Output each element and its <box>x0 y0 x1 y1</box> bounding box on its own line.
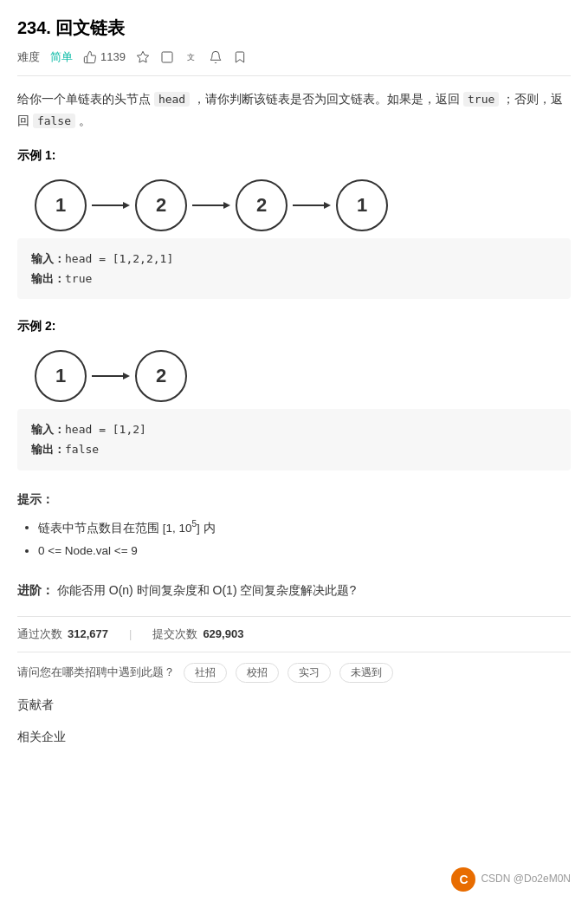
like-button[interactable]: 1139 <box>83 49 126 67</box>
tag-shezao[interactable]: 社招 <box>184 663 227 683</box>
arrow2-svg-1 <box>90 367 132 385</box>
tag-xiaozao[interactable]: 校招 <box>236 663 279 683</box>
page-container: 234. 回文链表 难度 简单 1139 文 给你一个单链表的头节点 head … <box>0 0 588 772</box>
example2-box: 输入：head = [1,2] 输出：false <box>17 409 571 470</box>
example1-title: 示例 1: <box>17 146 571 165</box>
arrow-svg-3 <box>291 197 333 214</box>
example1-output: 输出：true <box>31 269 557 289</box>
arrow-svg-2 <box>191 197 232 214</box>
hints-section: 提示： 链表中节点数目在范围 [1, 105] 内 0 <= Node.val … <box>17 490 571 563</box>
bookmark-icon <box>233 50 247 64</box>
node-2b: 2 <box>236 179 288 231</box>
bell-button[interactable] <box>209 50 223 64</box>
contributors-section: 贡献者 <box>17 695 571 714</box>
hint-item-1: 链表中节点数目在范围 [1, 105] 内 <box>38 516 571 540</box>
inline-code-false: false <box>33 114 75 128</box>
arrow-2 <box>191 197 232 214</box>
submit-stat: 提交次数 629,903 <box>152 626 243 644</box>
example1-diagram: 1 2 2 1 <box>35 179 571 231</box>
example2-input: 输入：head = [1,2] <box>31 419 557 439</box>
example1-input: 输入：head = [1,2,2,1] <box>31 249 557 269</box>
problem-title: 234. 回文链表 <box>17 14 571 42</box>
tag-weiyudao[interactable]: 未遇到 <box>339 663 393 683</box>
watermark-text: CSDN @Do2eM0N <box>481 871 571 887</box>
example2-output: 输出：false <box>31 439 557 459</box>
example1-box: 输入：head = [1,2,2,1] 输出：true <box>17 238 571 300</box>
inline-code-true: true <box>463 92 499 107</box>
arrow-1 <box>90 197 132 214</box>
node2-2: 2 <box>135 350 187 402</box>
submit-label: 提交次数 <box>152 626 197 644</box>
related-section: 相关企业 <box>17 727 571 746</box>
recruitment-question: 请问您在哪类招聘中遇到此题？ <box>17 664 175 682</box>
svg-marker-6 <box>223 202 230 209</box>
difficulty-label: 难度 <box>17 49 40 67</box>
meta-row: 难度 简单 1139 文 <box>17 49 571 76</box>
svg-marker-0 <box>137 52 148 63</box>
bookmark-button[interactable] <box>233 50 247 64</box>
contributors-label: 贡献者 <box>17 698 54 711</box>
node-2a: 2 <box>135 179 187 231</box>
svg-marker-8 <box>324 202 331 209</box>
arrow-svg-1 <box>90 197 132 214</box>
translate-icon: 文 <box>184 50 198 64</box>
share-icon <box>160 50 174 64</box>
node-1b: 1 <box>336 179 388 231</box>
advanced-section: 进阶： 你能否用 O(n) 时间复杂度和 O(1) 空间复杂度解决此题? <box>17 580 571 601</box>
star-button[interactable] <box>136 50 150 64</box>
svg-marker-4 <box>123 202 130 209</box>
watermark-logo: C <box>451 867 475 892</box>
like-icon <box>83 50 97 64</box>
bell-icon <box>209 50 223 64</box>
star-icon <box>136 50 150 64</box>
pass-stat: 通过次数 312,677 <box>17 626 108 644</box>
submit-value: 629,903 <box>203 626 243 644</box>
svg-rect-1 <box>162 52 172 62</box>
arrow2-1 <box>90 367 132 385</box>
hint-item-2: 0 <= Node.val <= 9 <box>38 539 571 562</box>
related-label: 相关企业 <box>17 730 66 743</box>
pass-value: 312,677 <box>68 626 108 644</box>
svg-marker-10 <box>123 373 130 380</box>
recruitment-row: 请问您在哪类招聘中遇到此题？ 社招 校招 实习 未遇到 <box>17 663 571 683</box>
svg-text:文: 文 <box>187 54 195 62</box>
node2-1: 1 <box>35 350 87 402</box>
example2-diagram: 1 2 <box>35 350 571 402</box>
pass-label: 通过次数 <box>17 626 62 644</box>
hint-list: 链表中节点数目在范围 [1, 105] 内 0 <= Node.val <= 9 <box>17 516 571 563</box>
arrow-3 <box>291 197 333 214</box>
hints-title: 提示： <box>17 490 571 509</box>
difficulty-value: 简单 <box>50 49 73 67</box>
like-count: 1139 <box>100 49 126 67</box>
advanced-title: 进阶： <box>17 583 54 597</box>
problem-description: 给你一个单链表的头节点 head ，请你判断该链表是否为回文链表。如果是，返回 … <box>17 88 571 132</box>
stats-row: 通过次数 312,677 | 提交次数 629,903 <box>17 616 571 653</box>
translate-button[interactable]: 文 <box>184 50 198 64</box>
watermark: C CSDN @Do2eM0N <box>451 867 571 892</box>
inline-code-head: head <box>154 92 190 107</box>
tag-shixi[interactable]: 实习 <box>288 663 331 683</box>
node-1a: 1 <box>35 179 87 231</box>
stats-divider: | <box>129 626 132 644</box>
share-button[interactable] <box>160 50 174 64</box>
example2-title: 示例 2: <box>17 316 571 335</box>
